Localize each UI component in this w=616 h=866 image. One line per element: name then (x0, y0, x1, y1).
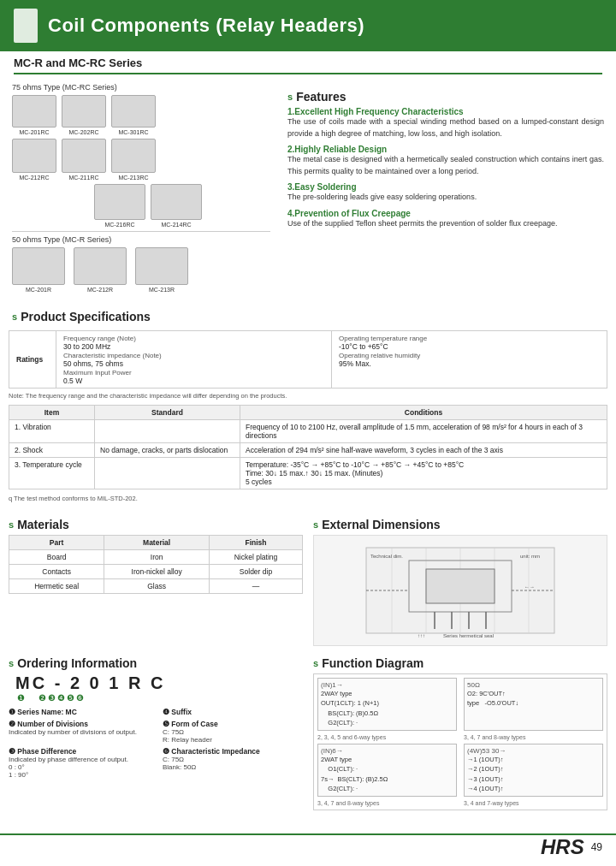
func-box-right-1: 50Ω O2: 9C'OUT↑ type -O5.0'OUT↓ (464, 678, 603, 731)
ratings-row: Ratings Frequency range (Note) 30 to 200… (9, 330, 607, 389)
item-vibration: 1. Vibration (9, 420, 95, 443)
table-row: 1. Vibration Frequency of 10 to 2100 Hz,… (9, 420, 607, 443)
product-img (12, 139, 56, 173)
item-temp-cycle: 3. Temperature cycle (9, 458, 95, 489)
col-standard: Standard (95, 406, 240, 420)
product-label: MC-212RC (19, 175, 49, 181)
product-img (135, 247, 188, 285)
dimension-svg: Technical dim. unit: mm ←→ ↑↑↑ Series he… (358, 539, 563, 642)
product-mc216rc: MC-216RC (94, 184, 145, 228)
rating-row-2: Characteristic impedance (Note) 50 ohms,… (63, 351, 324, 368)
product-img (62, 139, 106, 173)
col-conditions: Conditions (240, 406, 607, 420)
func-diagram-header: s Function Diagram (313, 656, 607, 670)
feature-3: 3.Easy Soldering The pre-soldering leads… (287, 182, 604, 204)
product-label: MC-301RC (118, 129, 148, 135)
func-notes-1: 2, 3, 4, 5 and 6-way types 3, 4, 7 and 8… (317, 734, 603, 740)
func-s-icon: s (313, 658, 318, 668)
ratings-label: Ratings (9, 331, 56, 388)
func-diagram-content: (IN)1→ 2WAY type OUT(1CLT): 1 (N+1) BS(C… (313, 673, 607, 810)
ordering-item-4-title: ❹ Suffix (163, 708, 303, 716)
ordering-item-6-title: ❻ Characteristic Impedance (163, 747, 303, 756)
ordering-func-section: s Ordering Information MC - 2 0 1 R C ❶ … (0, 646, 616, 814)
product-label: MC-213RC (118, 175, 148, 181)
std-vibration (95, 420, 240, 443)
mat-contacts: Contacts (9, 565, 104, 579)
ratings-right: Operating temperature range -10°C to +65… (332, 331, 607, 388)
series-section: MC-R and MC-RC Series (0, 51, 616, 76)
mat-board-finish: Nickel plating (209, 550, 302, 565)
materials-section: s Materials Part Material Finish Board I… (9, 511, 303, 646)
ext-dim-section: s External Dimensions (313, 511, 607, 646)
std-shock: No damage, cracks, or parts dislocation (95, 443, 240, 458)
product-img (12, 247, 65, 285)
feature-2-text: The metal case is designed with a hermet… (287, 154, 604, 177)
col-item: Item (9, 406, 95, 420)
ordering-numbers: ❶ ❷❸❹❺❻ (17, 693, 303, 703)
feature-4-text: Use of the supplied Teflon sheet permits… (287, 218, 604, 230)
product-img (74, 247, 127, 285)
rating-op-temp: Operating temperature range -10°C to +65… (339, 334, 600, 351)
product-img (111, 95, 156, 128)
rating-row-3: Maximum Input Power 0.5 W (63, 368, 324, 385)
ordering-item-1: ❶ Series Name: MC (9, 708, 149, 716)
feature-1-title: 1.Excellent High Frequency Characteristi… (287, 107, 604, 116)
func-box-left-1: (IN)1→ 2WAY type OUT(1CLT): 1 (N+1) BS(C… (317, 678, 457, 731)
header-icon (14, 9, 38, 43)
product-label: MC-201RC (19, 129, 49, 135)
product-mc201r: MC-201R (12, 247, 65, 293)
page-header: Coil Components (Relay Headers) (0, 0, 616, 51)
feature-4: 4.Prevention of Flux Creepage Use of the… (287, 209, 604, 230)
materials-header: s Materials (9, 518, 303, 531)
feature-4-title: 4.Prevention of Flux Creepage (287, 209, 604, 218)
mat-col-finish: Finish (209, 536, 302, 550)
feature-1: 1.Excellent High Frequency Characteristi… (287, 107, 604, 139)
mat-board-material: Iron (104, 550, 210, 565)
conditions-table: Item Standard Conditions 1. Vibration Fr… (9, 405, 607, 489)
func-row-1: (IN)1→ 2WAY type OUT(1CLT): 1 (N+1) BS(C… (317, 678, 603, 731)
ordering-item-5: ❺ Form of Case C: 75ΩR: Relay header (163, 720, 303, 744)
specs-note: Note: The frequency range and the charac… (9, 392, 607, 400)
mat-hermetic-finish: — (209, 579, 302, 594)
rating-row-1: Frequency range (Note) 30 to 200 MHz (63, 334, 324, 351)
product-mc213r: MC-213R (135, 247, 188, 293)
product-mc202rc: MC-202RC (62, 95, 106, 135)
product-label: MC-201R (26, 287, 51, 293)
product-mc212rc: MC-212RC (12, 139, 56, 181)
test-method-note: q The test method conforms to MIL-STD-20… (9, 495, 607, 502)
product-mc211rc: MC-211RC (62, 139, 106, 181)
product-mc212r: MC-212R (74, 247, 127, 293)
mat-col-material: Material (104, 536, 210, 550)
mat-hermetic-material: Glass (104, 579, 210, 594)
ordering-code: MC - 2 0 1 R C (15, 673, 303, 693)
item-shock: 2. Shock (9, 443, 95, 458)
ordering-item-6: ❻ Characteristic Impedance C: 75ΩBlank: … (163, 747, 303, 779)
product-label: MC-214RC (161, 222, 191, 228)
table-row: 2. Shock No damage, cracks, or parts dis… (9, 443, 607, 458)
ordering-header: s Ordering Information (9, 656, 303, 670)
svg-text:↑↑↑: ↑↑↑ (418, 633, 425, 638)
product-mc213rc: MC-213RC (111, 139, 156, 181)
product-mc214rc: MC-214RC (151, 184, 202, 228)
ohm-50-label: 50 ohms Type (MC-R Series) (12, 235, 270, 244)
table-row: Hermetic seal Glass — (9, 579, 303, 594)
ordering-s-icon: s (9, 658, 14, 668)
ohm-75-label: 75 ohms Type (MC-RC Series) (12, 83, 270, 92)
ordering-item-3: ❸ Phase Difference Indicated by phase di… (9, 747, 149, 779)
page-title: Coil Components (Relay Headers) (48, 15, 364, 37)
specs-section: Ratings Frequency range (Note) 30 to 200… (0, 327, 616, 511)
product-img (12, 95, 56, 128)
ext-dim-title: External Dimensions (322, 518, 441, 531)
product-img (151, 184, 202, 220)
mat-hermetic: Hermetic seal (9, 579, 104, 594)
product-mc301rc: MC-301RC (111, 95, 156, 135)
ordering-desc-grid: ❶ Series Name: MC ❹ Suffix ❷ Number of D… (9, 708, 303, 779)
cond-vibration: Frequency of 10 to 2100 Hz, overall ampl… (240, 420, 607, 443)
product-label: MC-211RC (68, 175, 98, 181)
specs-s-icon: s (12, 311, 17, 322)
feature-3-title: 3.Easy Soldering (287, 182, 604, 192)
mat-col-part: Part (9, 536, 104, 550)
svg-text:Technical dim.: Technical dim. (370, 554, 403, 559)
func-box-left-2: (IN)6→ 2WAT type O1(CLT): · 7s→ BS(CLT):… (317, 744, 457, 797)
feature-2: 2.Highly Reliable Design The metal case … (287, 145, 604, 177)
